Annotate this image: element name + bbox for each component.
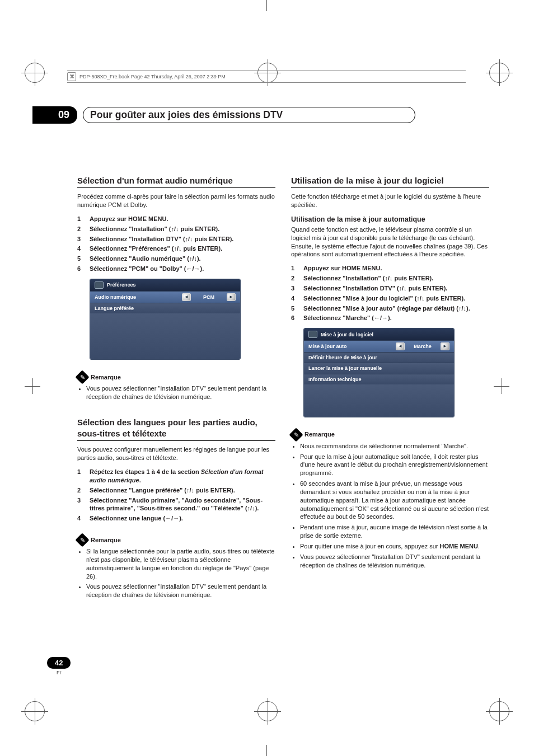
note-label: Remarque (305, 430, 335, 439)
osd-value-stepper: ◄ Marche ► (396, 342, 449, 350)
note-item: 60 secondes avant la mise à jour prévue,… (300, 480, 489, 521)
steps-list: 1Appuyez sur HOME MENU. 2Sélectionnez "I… (291, 264, 489, 322)
section-heading: Sélection des langues pour les parties a… (77, 417, 275, 442)
section-intro: Vous pouvez configurer manuellement les … (77, 445, 275, 462)
step: 6Sélectionnez "Marche" (←/→). (291, 314, 489, 322)
steps-list: 1Appuyez sur HOME MENU. 2Sélectionnez "I… (77, 215, 275, 273)
note-item: Vous pouvez sélectionner "Installation D… (86, 384, 275, 401)
running-head-text: PDP-508XD_Fre.book Page 42 Thursday, Apr… (79, 74, 226, 79)
osd-panel-software-update: Mise à jour du logiciel Mise à jour auto… (303, 328, 455, 417)
note-item: Si la langue sélectionnée pour la partie… (86, 547, 275, 580)
right-column: Utilisation de la mise à jour du logicie… (291, 175, 489, 602)
note-header: ✎ Remarque (291, 430, 489, 440)
note-list: Vous pouvez sélectionner "Installation D… (77, 384, 275, 401)
note-item: Nous recommandons de sélectionner normal… (300, 442, 489, 450)
step: 1Appuyez sur HOME MENU. (77, 215, 275, 223)
osd-left-arrow-icon: ◄ (182, 293, 191, 301)
note-item: Pour que la mise à jour automatique soit… (300, 453, 489, 478)
chapter-number: 09 (32, 106, 77, 124)
osd-body (304, 384, 454, 417)
note-item: Vous pouvez sélectionner "Installation D… (300, 553, 489, 570)
registration-mark (25, 63, 45, 83)
note-label: Remarque (91, 373, 121, 382)
book-icon: ⌘ (67, 72, 76, 81)
osd-row-selected: Audio numérique ◄ PCM ► (90, 291, 240, 303)
chapter-bar: 09 Pour goûter aux joies des émissions D… (77, 106, 489, 124)
tv-icon (95, 281, 104, 289)
tv-icon (308, 331, 317, 338)
osd-value: Marche (407, 343, 438, 350)
registration-cross (494, 378, 509, 394)
registration-mark (489, 701, 509, 721)
steps-list: 1 Répétez les étapes 1 à 4 de la section… (77, 468, 275, 523)
osd-value-stepper: ◄ PCM ► (182, 293, 236, 301)
step: 4Sélectionnez "Mise à jour du logiciel" … (291, 294, 489, 303)
osd-title: Préférences (107, 281, 136, 288)
note-item: Vous pouvez sélectionner "Installation D… (86, 583, 275, 599)
note-list: Nous recommandons de sélectionner normal… (291, 442, 489, 570)
note-icon: ✎ (289, 428, 303, 442)
page: ⌘ PDP-508XD_Fre.book Page 42 Thursday, A… (0, 0, 534, 756)
step: 2Sélectionnez "Installation" (↑/↓ puis E… (77, 225, 275, 233)
osd-left-arrow-icon: ◄ (396, 342, 405, 350)
osd-title: Mise à jour du logiciel (321, 331, 373, 338)
osd-row: Lancer la mise à jour manuelle (304, 363, 454, 373)
crop-tick-bottom (266, 745, 267, 756)
osd-panel-preferences: Préférences Audio numérique ◄ PCM ► Lang… (90, 279, 241, 360)
step: 5Sélectionnez "Mise à jour auto" (réglag… (291, 304, 489, 313)
note-label: Remarque (91, 536, 121, 544)
osd-row-label: Mise à jour auto (308, 343, 396, 350)
section-intro: Procédez comme ci-après pour faire la sé… (77, 192, 275, 209)
crop-tick-top (266, 0, 267, 11)
subsection-heading: Utilisation de la mise à jour automatiqu… (291, 215, 489, 224)
registration-mark (257, 701, 278, 721)
step: 6Sélectionnez "PCM" ou "Dolby" (←/→). (77, 265, 275, 273)
subsection-intro: Quand cette fonction est active, le télé… (291, 226, 489, 259)
osd-row: Information technique (304, 374, 454, 384)
osd-titlebar: Mise à jour du logiciel (304, 328, 454, 340)
registration-cross (25, 378, 40, 394)
osd-right-arrow-icon: ► (227, 293, 236, 301)
osd-row: Langue préférée (90, 303, 240, 313)
note-item: Pour quitter une mise à jour en cours, a… (300, 542, 489, 551)
note-list: Si la langue sélectionnée pour la partie… (77, 547, 275, 599)
chapter-title-pill: Pour goûter aux joies des émissions DTV (83, 107, 415, 123)
chapter-title: Pour goûter aux joies des émissions DTV (90, 109, 283, 120)
osd-row: Définir l'heure de Mise à jour (304, 352, 454, 363)
note-header: ✎ Remarque (77, 372, 275, 382)
note-icon: ✎ (75, 533, 89, 547)
osd-value: PCM (193, 294, 224, 300)
page-lang: Fr (57, 670, 62, 675)
content-area: 09 Pour goûter aux joies des émissions D… (77, 106, 489, 602)
note-icon: ✎ (75, 370, 89, 384)
page-number: 42 Fr (47, 657, 71, 675)
step: 1Appuyez sur HOME MENU. (291, 264, 489, 273)
osd-right-arrow-icon: ► (441, 342, 449, 350)
note-header: ✎ Remarque (77, 535, 275, 545)
registration-mark (25, 701, 45, 721)
osd-titlebar: Préférences (90, 279, 240, 291)
section-heading: Sélection d'un format audio numérique (77, 175, 275, 188)
left-column: Sélection d'un format audio numérique Pr… (77, 175, 275, 602)
step: 2Sélectionnez "Installation" (↑/↓ puis E… (291, 274, 489, 283)
running-head: ⌘ PDP-508XD_Fre.book Page 42 Thursday, A… (67, 71, 466, 83)
step: 4Sélectionnez une langue (←/→). (77, 514, 275, 523)
osd-row-label: Langue préférée (95, 305, 236, 312)
osd-row-selected: Mise à jour auto ◄ Marche ► (304, 340, 454, 352)
registration-mark (489, 63, 509, 83)
step: 3Sélectionnez "Installation DTV" (↑/↓ pu… (77, 235, 275, 243)
osd-body (90, 313, 240, 359)
two-columns: Sélection d'un format audio numérique Pr… (77, 175, 489, 602)
step: 1 Répétez les étapes 1 à 4 de la section… (77, 468, 275, 485)
step: 5Sélectionnez "Audio numérique" (↑/↓). (77, 255, 275, 263)
step: 3Sélectionnez "Installation DTV" (↑/↓ pu… (291, 284, 489, 293)
step: 4Sélectionnez "Préférences" (↑/↓ puis EN… (77, 245, 275, 253)
section-intro: Cette fonction télécharge et met à jour … (291, 192, 489, 209)
osd-row-label: Audio numérique (95, 294, 182, 300)
step: 3Sélectionnez "Audio primaire", "Audio s… (77, 496, 275, 513)
note-item: Pendant une mise à jour, aucune image de… (300, 523, 489, 540)
section-heading: Utilisation de la mise à jour du logicie… (291, 175, 489, 188)
page-number-value: 42 (47, 657, 71, 669)
step: 2Sélectionnez "Langue préférée" (↑/↓ pui… (77, 486, 275, 495)
